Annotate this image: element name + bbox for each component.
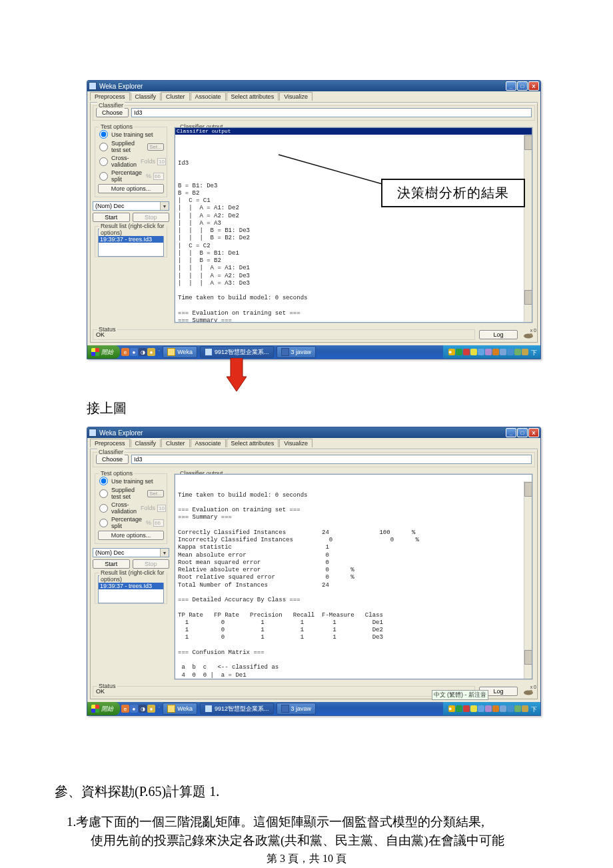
- maximize-button[interactable]: □: [517, 428, 528, 437]
- more-options-button[interactable]: More options...: [98, 531, 164, 540]
- word-icon: [205, 348, 213, 356]
- radio-cross[interactable]: [99, 157, 108, 166]
- launch-icon[interactable]: ●: [130, 348, 138, 356]
- tray-icon[interactable]: [470, 705, 477, 712]
- quick-launch: e ● ◑ ●: [121, 705, 155, 713]
- minimize-button[interactable]: _: [506, 428, 516, 437]
- class-combo[interactable]: (Nom) Dec ▼: [93, 548, 169, 557]
- choose-button[interactable]: Choose: [96, 455, 129, 464]
- tray-icon[interactable]: ●: [448, 705, 455, 712]
- taskbar-item-javaw[interactable]: 3 javaw: [277, 346, 316, 358]
- taskbar-item-javaw[interactable]: 3 javaw: [277, 703, 316, 715]
- tab-classify[interactable]: Classify: [131, 439, 161, 447]
- class-combo-label: (Nom) Dec: [93, 202, 160, 210]
- folder-icon: [167, 348, 175, 356]
- tray-icon[interactable]: [500, 705, 506, 712]
- pct-input[interactable]: 66: [153, 173, 164, 180]
- minimize-button[interactable]: _: [506, 81, 516, 91]
- radio-use-training[interactable]: [99, 477, 108, 485]
- radio-supplied[interactable]: [99, 143, 108, 151]
- radio-cross[interactable]: [99, 504, 108, 513]
- start-button[interactable]: Start: [93, 213, 130, 222]
- start-menu-button[interactable]: 開始: [87, 702, 120, 715]
- log-button[interactable]: Log: [479, 330, 518, 339]
- tray-icon[interactable]: [522, 705, 528, 712]
- tray-icon[interactable]: [456, 705, 462, 712]
- ime-indicator[interactable]: 中文 (繁體) - 新注音: [432, 690, 489, 700]
- taskbar-item-weka[interactable]: Weka: [163, 346, 197, 358]
- tab-cluster[interactable]: Cluster: [161, 439, 190, 447]
- tray-icon[interactable]: [463, 705, 470, 712]
- tab-visualize[interactable]: Visualize: [279, 92, 312, 101]
- tab-visualize[interactable]: Visualize: [279, 439, 312, 447]
- tray-icon[interactable]: [478, 349, 484, 355]
- launch-icon[interactable]: ◑: [139, 348, 147, 356]
- list-item[interactable]: 19:39:37 - trees.Id3: [99, 583, 163, 589]
- tab-classify[interactable]: Classify: [131, 92, 161, 101]
- launch-icon[interactable]: ●: [147, 705, 155, 713]
- taskbar-item-doc[interactable]: 9912智慧型企業系...: [200, 703, 274, 715]
- taskbar-item-doc[interactable]: 9912智慧型企業系...: [200, 346, 274, 358]
- radio-percentage[interactable]: [99, 172, 108, 181]
- class-combo[interactable]: (Nom) Dec ▼: [93, 201, 169, 211]
- tray-icon[interactable]: [514, 705, 521, 712]
- tray-icon[interactable]: [492, 349, 499, 355]
- launch-icon[interactable]: ●: [130, 705, 138, 713]
- tray-icon[interactable]: [485, 349, 492, 355]
- app-icon: [89, 82, 97, 90]
- stop-button[interactable]: Stop: [133, 559, 170, 569]
- more-options-button[interactable]: More options...: [98, 184, 164, 193]
- launch-icon[interactable]: ●: [147, 348, 155, 356]
- start-button[interactable]: Start: [93, 559, 130, 569]
- tray-icon[interactable]: [507, 705, 514, 712]
- folds-input[interactable]: 10: [157, 505, 166, 512]
- tray-icon[interactable]: [456, 349, 462, 355]
- taskbar-item-weka[interactable]: Weka: [163, 703, 197, 715]
- output-group: Classifier output Time taken to build mo…: [174, 473, 533, 680]
- launch-icon[interactable]: ◑: [139, 705, 147, 713]
- tray-icon[interactable]: [507, 349, 514, 355]
- tray-icon[interactable]: ●: [448, 349, 455, 355]
- radio-use-training[interactable]: [99, 130, 108, 139]
- set-button[interactable]: Set...: [147, 143, 164, 151]
- tab-associate[interactable]: Associate: [191, 92, 226, 101]
- tray-icon[interactable]: [478, 705, 484, 712]
- tray-icon[interactable]: [500, 349, 506, 355]
- tab-select-attributes[interactable]: Select attributes: [227, 92, 279, 101]
- radio-percentage[interactable]: [99, 519, 108, 527]
- tray-icon[interactable]: [492, 705, 499, 712]
- radio-supplied[interactable]: [99, 489, 108, 498]
- window-title: Weka Explorer: [99, 83, 506, 90]
- tab-select-attributes[interactable]: Select attributes: [227, 439, 279, 447]
- folds-input[interactable]: 10: [157, 158, 166, 165]
- tab-preprocess[interactable]: Preprocess: [90, 92, 130, 101]
- close-button[interactable]: X: [528, 81, 539, 91]
- section-heading: 參、資料探勘(P.65)計算題 1.: [55, 783, 613, 801]
- status-title: Status: [97, 326, 117, 333]
- set-button[interactable]: Set...: [147, 490, 164, 497]
- tray-icon[interactable]: [514, 349, 521, 355]
- choose-button[interactable]: Choose: [96, 108, 129, 117]
- tray-icon[interactable]: [470, 349, 477, 355]
- svg-point-1: [530, 333, 532, 336]
- tab-preprocess[interactable]: Preprocess: [90, 439, 130, 447]
- launch-icon[interactable]: e: [121, 705, 129, 713]
- classifier-field[interactable]: Id3: [131, 455, 532, 464]
- close-button[interactable]: X: [528, 428, 539, 437]
- list-item[interactable]: 19:39:37 - trees.Id3: [99, 236, 163, 243]
- tab-cluster[interactable]: Cluster: [161, 92, 190, 101]
- scrollbar[interactable]: [524, 135, 532, 323]
- class-combo-label: (Nom) Dec: [93, 549, 160, 557]
- scrollbar[interactable]: [524, 481, 532, 679]
- tab-associate[interactable]: Associate: [191, 439, 226, 447]
- classifier-output[interactable]: Time taken to build model: 0 seconds ===…: [175, 474, 532, 679]
- start-menu-button[interactable]: 開始: [87, 345, 120, 359]
- tray-icon[interactable]: [485, 705, 492, 712]
- classifier-field[interactable]: Id3: [131, 108, 532, 117]
- launch-icon[interactable]: e: [121, 348, 129, 356]
- pct-input[interactable]: 66: [153, 519, 164, 527]
- stop-button[interactable]: Stop: [133, 213, 170, 222]
- tray-icon[interactable]: [463, 349, 470, 355]
- maximize-button[interactable]: □: [517, 81, 528, 91]
- tray-icon[interactable]: [522, 349, 528, 355]
